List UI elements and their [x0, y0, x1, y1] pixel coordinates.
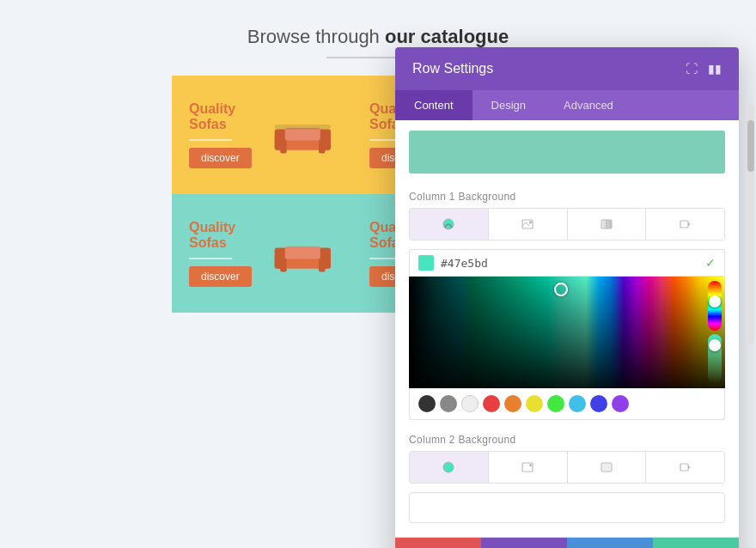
svg-marker-40 — [688, 466, 691, 469]
col2-video-type-btn[interactable] — [646, 452, 724, 483]
expand-icon[interactable]: ⛶ — [686, 62, 698, 76]
discover-button-1[interactable]: discover — [189, 148, 252, 168]
card-3: Quality Sofas discover — [172, 194, 352, 313]
column2-type-icons — [409, 451, 725, 484]
discover-button-3[interactable]: discover — [189, 266, 252, 287]
picker-canvas — [409, 277, 725, 388]
svg-rect-33 — [680, 221, 688, 228]
swatch-gray[interactable] — [440, 395, 457, 412]
svg-rect-6 — [275, 124, 331, 129]
tab-advanced[interactable]: Advanced — [545, 90, 632, 120]
card-title-3: Quality Sofas — [189, 220, 271, 251]
col2-color-type-btn[interactable] — [410, 452, 489, 483]
svg-rect-3 — [285, 127, 320, 140]
svg-rect-5 — [319, 148, 325, 153]
column2-label: Column 2 Background — [395, 427, 739, 451]
column1-label: Column 1 Background — [395, 184, 739, 208]
image-type-btn[interactable] — [489, 209, 568, 240]
swatch-green[interactable] — [547, 395, 564, 412]
card-1: Quality Sofas discover — [172, 76, 352, 194]
svg-rect-39 — [680, 464, 688, 471]
picker-sliders — [708, 281, 722, 384]
card-title: Quality Sofas — [189, 101, 271, 132]
card-divider-3 — [189, 258, 232, 259]
card-content-3: Quality Sofas discover — [189, 220, 271, 287]
video-type-btn[interactable] — [646, 209, 724, 240]
svg-rect-14 — [275, 247, 287, 268]
modal-header-icons: ⛶ ▮▮ — [686, 62, 722, 76]
hex-value: #47e5bd — [441, 257, 698, 270]
gradient-type-btn[interactable] — [568, 209, 647, 240]
swatches-row — [409, 388, 725, 420]
modal-footer: ✕ ↺ ↻ ✓ — [395, 537, 739, 548]
scrollbar — [747, 103, 754, 344]
cancel-button[interactable]: ✕ — [395, 538, 481, 548]
gradient-icon — [600, 217, 613, 231]
svg-rect-2 — [319, 129, 331, 149]
modal-tabs: Content Design Advanced — [395, 90, 739, 120]
modal-header: Row Settings ⛶ ▮▮ — [395, 47, 739, 90]
video-icon — [679, 217, 692, 231]
hue-slider-thumb[interactable] — [709, 295, 721, 307]
redo-button[interactable]: ↻ — [567, 538, 653, 548]
col2-image-type-btn[interactable] — [489, 452, 568, 483]
card-content: Quality Sofas discover — [189, 101, 271, 168]
col2-image-icon — [521, 460, 534, 474]
hue-slider-track[interactable] — [708, 281, 722, 331]
col2-video-icon — [679, 460, 692, 474]
swatch-teal[interactable] — [569, 395, 586, 412]
swatch-blue[interactable] — [590, 395, 607, 412]
modal-body: Column 1 Background — [395, 120, 739, 537]
hex-swatch — [418, 255, 434, 271]
svg-point-30 — [529, 221, 532, 223]
page-title: Browse through our catalogue — [247, 26, 509, 48]
svg-marker-34 — [688, 222, 691, 226]
svg-rect-1 — [275, 129, 287, 149]
svg-rect-18 — [319, 266, 325, 271]
color-picker-section: 1 #47e5bd ✓ — [395, 249, 739, 427]
image-icon — [521, 217, 534, 231]
columns-icon[interactable]: ▮▮ — [708, 62, 722, 76]
svg-point-37 — [529, 464, 532, 466]
card-divider — [189, 139, 232, 141]
svg-rect-15 — [319, 247, 331, 268]
swatch-purple[interactable] — [612, 395, 629, 412]
svg-rect-38 — [601, 463, 612, 472]
hex-confirm-icon[interactable]: ✓ — [705, 256, 716, 270]
svg-rect-16 — [285, 246, 320, 259]
hex-input-row: #47e5bd ✓ — [409, 249, 725, 277]
modal-title: Row Settings — [412, 61, 493, 76]
color-type-btn[interactable] — [410, 209, 489, 240]
tab-content[interactable]: Content — [395, 90, 472, 120]
col2-color-fill-icon — [442, 460, 455, 474]
swatch-black[interactable] — [418, 395, 436, 412]
opacity-slider-track[interactable] — [708, 334, 722, 384]
value-gradient — [409, 277, 725, 388]
opacity-slider-thumb[interactable] — [709, 339, 721, 351]
color-fill-icon — [442, 217, 455, 231]
col2-gradient-icon — [600, 460, 613, 474]
swatch-white[interactable] — [461, 395, 479, 412]
color-picker-gradient[interactable] — [409, 277, 725, 388]
sofa-icon-1 — [271, 112, 335, 159]
swatch-orange[interactable] — [504, 395, 521, 412]
sofa-icon-3 — [271, 230, 335, 277]
svg-rect-4 — [281, 148, 287, 153]
tab-design[interactable]: Design — [472, 90, 545, 120]
col2-input-area — [409, 492, 725, 523]
col2-gradient-type-btn[interactable] — [568, 452, 647, 483]
undo-button[interactable]: ↺ — [481, 538, 567, 548]
picker-cursor[interactable] — [554, 283, 568, 296]
scrollbar-thumb[interactable] — [747, 120, 754, 172]
swatch-red[interactable] — [483, 395, 500, 412]
column1-type-icons — [409, 208, 725, 241]
svg-rect-17 — [281, 266, 287, 271]
save-button[interactable]: ✓ — [653, 538, 739, 548]
col2-text-input[interactable] — [409, 492, 725, 523]
color-preview-bar — [409, 131, 725, 174]
modal-panel: Row Settings ⛶ ▮▮ Content Design Advance… — [395, 47, 739, 548]
svg-point-35 — [443, 462, 454, 472]
swatch-yellow[interactable] — [526, 395, 543, 412]
svg-line-28 — [526, 222, 529, 226]
